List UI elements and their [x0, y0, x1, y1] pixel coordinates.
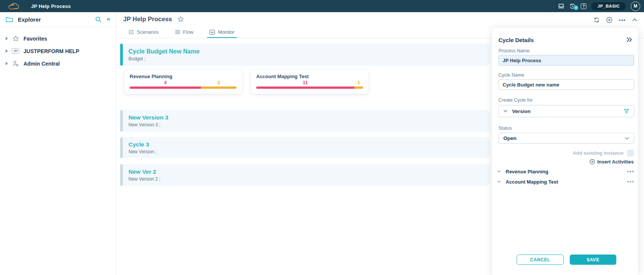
user-avatar[interactable]: M — [631, 2, 640, 11]
explorer-header: Explorer « — [0, 12, 116, 27]
tab-flow[interactable]: Flow — [172, 27, 196, 38]
activity-more-options-icon[interactable]: ••• — [627, 170, 634, 173]
panel-activity-name: Account Mapping Test — [506, 179, 558, 185]
cycle-name: New Ver 2 — [128, 168, 490, 175]
tab-label: Monitor — [218, 29, 234, 35]
cycle-subtitle: Budget ; — [128, 56, 490, 61]
chevron-down-icon[interactable] — [625, 137, 629, 140]
sidebar-item-favorites[interactable]: Favorites — [0, 32, 116, 45]
activity-card-revenue-planning[interactable]: Revenue Planning 4 2 — [124, 70, 242, 94]
create-cycle-for-select[interactable]: Version — [498, 105, 634, 117]
top-navbar: JP Help Process 0 ? JP_BASIC M — [0, 0, 644, 12]
panel-activity-row[interactable]: Revenue Planning ••• — [497, 167, 634, 176]
count-primary: 11 — [256, 80, 354, 86]
cycle-name-field[interactable] — [498, 79, 634, 90]
view-tabs: Scenarios Flow Monitor — [126, 27, 237, 38]
cycle-details-panel: Cycle Details Process Name Cycle Name Cr… — [492, 28, 638, 275]
app-window: JP Help Process 0 ? JP_BASIC M — [0, 0, 644, 275]
add-existing-instance-checkbox[interactable] — [627, 150, 634, 156]
tab-monitor[interactable]: Monitor — [207, 27, 237, 38]
progress-segment-secondary — [201, 86, 237, 89]
panel-activity-name: Revenue Planning — [506, 169, 548, 174]
count-secondary: 1 — [354, 80, 363, 86]
history-count-badge: 0 — [573, 5, 578, 10]
filter-icon[interactable] — [624, 109, 629, 114]
panel-activity-row[interactable]: Account Mapping Test ••• — [497, 177, 634, 186]
expand-caret-icon[interactable] — [4, 36, 10, 41]
process-name-label: Process Name — [498, 48, 530, 53]
sidebar-item-admin-central[interactable]: Admin Central — [0, 57, 116, 70]
activity-more-options-icon[interactable]: ••• — [627, 180, 634, 183]
inbox-icon[interactable] — [558, 3, 564, 9]
tab-scenarios[interactable]: Scenarios — [126, 27, 161, 38]
cycle-name: New Version 3 — [128, 114, 490, 121]
cycle-card[interactable]: New Ver 2 New Version 2 ; — [120, 164, 490, 186]
progress-segment-primary — [256, 86, 354, 89]
collapse-sidebar-icon[interactable]: « — [107, 16, 110, 23]
search-icon[interactable] — [95, 16, 102, 23]
progress-segment-secondary — [354, 86, 363, 89]
process-name-field[interactable] — [498, 55, 634, 66]
sidebar-item-label: JUSTPERFORM HELP — [24, 48, 79, 54]
navbar-app-title: JP Help Process — [31, 3, 71, 9]
cancel-button[interactable]: CANCEL — [517, 255, 564, 265]
status-select[interactable]: Open — [498, 133, 634, 144]
activity-card-title: Account Mapping Test — [256, 74, 363, 79]
accent-bar — [120, 110, 123, 132]
count-primary: 4 — [130, 80, 201, 86]
history-icon[interactable]: 0 — [569, 3, 576, 9]
activity-card-title: Revenue Planning — [130, 74, 237, 79]
explorer-sidebar: Explorer « Favorites — [0, 12, 116, 275]
create-cycle-for-value: Version — [512, 108, 531, 114]
account-menu-button[interactable]: JP_BASIC — [591, 2, 626, 10]
status-value: Open — [503, 135, 517, 141]
save-button[interactable]: SAVE — [570, 255, 616, 265]
navbar-actions: 0 ? JP_BASIC M — [558, 0, 640, 12]
activity-counts: 4 2 — [130, 80, 237, 86]
sidebar-item-justperform-help[interactable]: JH JUSTPERFORM HELP — [0, 45, 116, 57]
accent-bar — [120, 137, 123, 158]
add-existing-instance-row: Add existing instance — [573, 150, 634, 156]
cycle-card[interactable]: New Version 3 New Version 3 ; — [120, 110, 490, 132]
cycle-subtitle: New Version 2 ; — [128, 176, 490, 182]
chevron-down-icon[interactable] — [503, 110, 508, 113]
admin-user-icon — [10, 61, 21, 67]
cycle-card-selected[interactable]: Cycle Budget New Name Budget ; — [120, 44, 490, 66]
selected-accent-bar — [120, 44, 123, 66]
refresh-icon[interactable] — [594, 17, 600, 23]
accent-bar — [120, 164, 123, 186]
favorite-star-icon[interactable] — [177, 16, 184, 22]
cycle-name-label: Cycle Name — [498, 72, 524, 78]
status-label: Status — [498, 126, 512, 131]
expand-caret-icon[interactable] — [4, 61, 10, 66]
cycle-subtitle: New Version ; — [128, 149, 490, 154]
add-icon[interactable] — [606, 17, 613, 23]
sidebar-item-label: Admin Central — [24, 61, 60, 67]
page-toolbar: ••• — [594, 17, 637, 23]
create-cycle-for-label: Create Cycle for — [498, 97, 533, 103]
collapse-header-icon[interactable] — [632, 18, 637, 22]
page-title-row: JP Help Process — [123, 16, 184, 23]
expand-caret-icon[interactable] — [4, 49, 10, 53]
chevron-down-icon[interactable] — [497, 181, 501, 183]
explorer-tree: Favorites JH JUSTPERFORM HELP — [0, 27, 116, 70]
cycle-card[interactable]: Cycle 3 New Version ; — [120, 137, 490, 158]
tab-label: Flow — [183, 29, 193, 35]
help-icon[interactable]: ? — [581, 3, 586, 9]
app-logo-cloud-icon[interactable] — [8, 2, 19, 10]
more-options-icon[interactable]: ••• — [619, 19, 626, 22]
insert-activities-button[interactable]: Insert Activities — [589, 159, 634, 165]
count-secondary: 2 — [201, 80, 237, 86]
activity-card-account-mapping-test[interactable]: Account Mapping Test 11 1 — [251, 70, 368, 94]
add-existing-instance-label: Add existing instance — [573, 150, 624, 156]
collapse-panel-icon[interactable] — [626, 37, 633, 42]
sidebar-item-label: Favorites — [24, 36, 47, 42]
folder-icon — [6, 16, 13, 22]
tab-label: Scenarios — [137, 29, 159, 35]
page-title: JP Help Process — [123, 16, 172, 23]
chevron-down-icon[interactable] — [497, 170, 501, 173]
activity-counts: 11 1 — [256, 80, 363, 86]
insert-activities-label: Insert Activities — [597, 159, 634, 165]
activity-progress-bar — [130, 86, 237, 89]
explorer-title: Explorer — [18, 16, 41, 23]
